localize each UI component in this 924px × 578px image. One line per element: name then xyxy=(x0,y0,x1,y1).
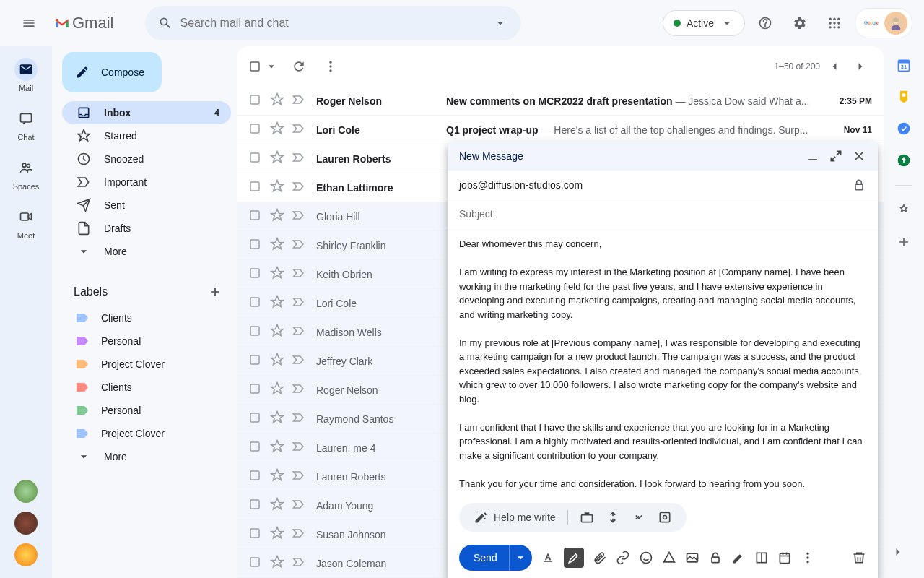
row-important[interactable] xyxy=(292,353,306,369)
folder-snoozed[interactable]: Snoozed xyxy=(62,147,231,171)
row-star[interactable] xyxy=(270,439,284,456)
folder-inbox[interactable]: Inbox4 xyxy=(62,101,231,124)
row-checkbox[interactable] xyxy=(248,411,263,426)
more-options-button[interactable] xyxy=(801,551,815,565)
label-item[interactable]: Personal xyxy=(62,399,231,422)
row-checkbox[interactable] xyxy=(248,238,263,253)
send-options-dropdown[interactable] xyxy=(509,545,532,571)
row-checkbox[interactable] xyxy=(248,382,263,397)
next-page-button[interactable] xyxy=(849,55,872,78)
row-checkbox[interactable] xyxy=(248,353,263,368)
label-item[interactable]: Clients xyxy=(62,306,231,329)
row-important[interactable] xyxy=(292,526,306,543)
row-important[interactable] xyxy=(292,150,306,167)
row-star[interactable] xyxy=(270,266,284,282)
row-star[interactable] xyxy=(270,92,284,109)
prev-page-button[interactable] xyxy=(823,55,846,78)
folder-drafts[interactable]: Drafts xyxy=(62,217,231,240)
nav-rail-chat[interactable]: Chat xyxy=(6,107,46,142)
row-important[interactable] xyxy=(292,381,306,398)
labels-more[interactable]: More xyxy=(62,445,231,468)
attach-button[interactable] xyxy=(593,551,607,565)
main-menu-button[interactable] xyxy=(12,6,46,40)
link-button[interactable] xyxy=(616,551,630,565)
row-star[interactable] xyxy=(270,468,284,485)
row-checkbox[interactable] xyxy=(248,151,263,166)
folder-sent[interactable]: Sent xyxy=(62,194,231,217)
folder-starred[interactable]: Starred xyxy=(62,124,231,147)
label-item[interactable]: Personal xyxy=(62,329,231,353)
tasks-addon[interactable] xyxy=(897,121,911,136)
contacts-addon[interactable] xyxy=(897,153,911,168)
emoji-button[interactable] xyxy=(639,551,653,565)
user-avatar[interactable] xyxy=(884,12,907,35)
search-options-button[interactable] xyxy=(486,9,515,38)
select-all-checkbox[interactable] xyxy=(248,59,279,74)
label-item[interactable]: Clients xyxy=(62,376,231,399)
minimize-icon[interactable] xyxy=(806,149,820,163)
nav-rail-spaces[interactable]: Spaces xyxy=(6,156,46,191)
chat-avatar-1[interactable] xyxy=(14,480,38,503)
row-important[interactable] xyxy=(292,295,306,311)
row-checkbox[interactable] xyxy=(248,267,263,282)
image-button[interactable] xyxy=(685,551,699,565)
row-important[interactable] xyxy=(292,92,306,109)
compose-subject-field[interactable] xyxy=(448,199,878,228)
row-checkbox[interactable] xyxy=(248,498,263,513)
help-me-write-button[interactable]: Help me write xyxy=(474,510,556,525)
close-icon[interactable] xyxy=(852,149,866,163)
row-star[interactable] xyxy=(270,121,284,138)
row-checkbox[interactable] xyxy=(248,527,263,542)
settings-button[interactable] xyxy=(785,9,814,38)
row-star[interactable] xyxy=(270,526,284,543)
row-important[interactable] xyxy=(292,555,306,571)
row-important[interactable] xyxy=(292,410,306,427)
compose-button[interactable]: Compose xyxy=(62,52,162,92)
folder-important[interactable]: Important xyxy=(62,171,231,194)
row-important[interactable] xyxy=(292,497,306,514)
email-row[interactable]: Roger Nelson New comments on MCR2022 dra… xyxy=(237,87,884,116)
row-important[interactable] xyxy=(292,324,306,340)
add-label-button[interactable] xyxy=(208,285,222,299)
row-important[interactable] xyxy=(292,121,306,138)
email-row[interactable]: Lori Cole Q1 project wrap-up — Here's a … xyxy=(237,116,884,144)
row-important[interactable] xyxy=(292,208,306,225)
discard-draft-button[interactable] xyxy=(852,551,866,565)
chat-avatar-2[interactable] xyxy=(14,512,38,535)
row-star[interactable] xyxy=(270,555,284,571)
row-checkbox[interactable] xyxy=(248,93,263,108)
send-button[interactable]: Send xyxy=(459,545,532,571)
signature-button[interactable] xyxy=(731,551,746,565)
row-star[interactable] xyxy=(270,381,284,398)
apps-button[interactable] xyxy=(820,9,849,38)
row-important[interactable] xyxy=(292,266,306,282)
row-checkbox[interactable] xyxy=(248,469,263,484)
addon-1[interactable] xyxy=(897,203,911,217)
row-star[interactable] xyxy=(270,410,284,427)
row-checkbox[interactable] xyxy=(248,296,263,311)
get-addons-button[interactable] xyxy=(897,235,911,249)
chat-avatar-3[interactable] xyxy=(14,543,38,566)
confidential-button[interactable] xyxy=(708,551,723,565)
support-button[interactable] xyxy=(751,9,780,38)
search-icon[interactable] xyxy=(151,9,180,38)
row-star[interactable] xyxy=(270,353,284,369)
row-checkbox[interactable] xyxy=(248,209,263,224)
row-star[interactable] xyxy=(270,150,284,167)
shorten-icon[interactable] xyxy=(606,510,620,525)
label-item[interactable]: Project Clover xyxy=(62,422,231,445)
refresh-button[interactable] xyxy=(287,55,310,78)
briefcase-icon[interactable] xyxy=(580,510,594,525)
nav-rail-mail[interactable]: Mail xyxy=(6,58,46,92)
keep-addon[interactable] xyxy=(897,90,911,104)
row-star[interactable] xyxy=(270,208,284,225)
row-star[interactable] xyxy=(270,295,284,311)
compose-body[interactable]: Dear whomever this may concern, I am wri… xyxy=(448,228,878,497)
row-important[interactable] xyxy=(292,237,306,254)
nav-rail-meet[interactable]: Meet xyxy=(6,205,46,240)
schedule-button[interactable] xyxy=(777,551,792,565)
highlight-button[interactable] xyxy=(564,548,584,568)
row-star[interactable] xyxy=(270,237,284,254)
row-important[interactable] xyxy=(292,468,306,485)
row-star[interactable] xyxy=(270,324,284,340)
